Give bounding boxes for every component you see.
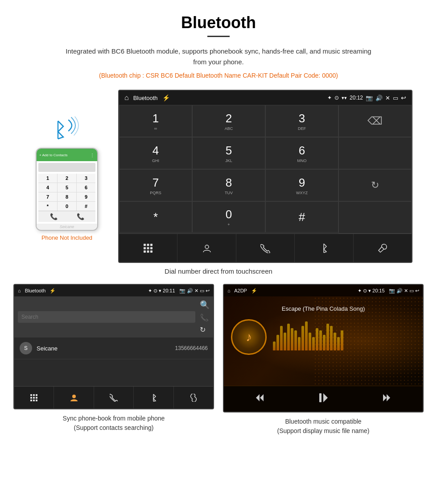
eq-bar [334,333,336,350]
phone-key-6: 6 [77,183,95,192]
svg-rect-17 [33,397,35,399]
phonebook-screen: ⌂ Bluetooth ⚡ ✦ ⊙ ▾ 20:11 📷 🔊 ✕ ▭ ↩ 🔍 📞 … [13,284,214,409]
eq-bar [309,333,311,350]
pb-nav-phone[interactable] [94,387,134,408]
add-to-contacts-label: + Add to Contacts [39,153,67,157]
phone-not-included-label: Phone Not Included [41,234,92,241]
dial-key-9[interactable]: 9 WXYZ [265,169,338,201]
dial-bottom-nav [119,233,412,262]
svg-point-10 [205,245,209,249]
dial-backspace-cell[interactable]: ⌫ [338,105,412,137]
more-icon: ⋮ [90,153,95,158]
screen-title: Bluetooth [133,95,158,101]
phone-key-hash: # [77,202,95,211]
music-next-btn[interactable] [382,393,392,405]
pb-nav-dialpad[interactable] [14,387,54,408]
pb-nav-contacts-active[interactable] [54,387,94,408]
pb-search-input[interactable] [18,311,195,323]
phone-key-2: 2 [58,174,76,183]
svg-rect-21 [36,400,37,401]
dial-key-0[interactable]: 0 + [192,201,265,233]
specs-line: (Bluetooth chip : CSR BC6 Default Blueto… [0,72,437,79]
svg-rect-4 [144,247,146,249]
dial-key-3[interactable]: 3 DEF [265,105,338,137]
nav-contacts-btn[interactable] [177,234,236,262]
car-dial-screen: ⌂ Bluetooth ⚡ ✦ ⊙ ▾▾ 20:12 📷 🔊 ✕ ▭ ↩ 1 ∞ [118,90,412,263]
dial-key-8[interactable]: 8 TUV [192,169,265,201]
eq-bar [305,321,308,350]
page-description: Integrated with BC6 Bluetooth module, su… [62,46,375,67]
svg-marker-29 [387,394,390,401]
svg-rect-20 [33,400,35,401]
window-icon: ▭ [393,95,398,101]
music-prev-btn[interactable] [255,393,265,405]
main-caption: Dial number direct from touchscreen [0,267,437,275]
music-play-pause-btn[interactable] [317,392,330,406]
dial-key-5[interactable]: 5 JKL [192,137,265,169]
dial-refresh-cell[interactable]: ↻ [338,169,412,201]
svg-rect-1 [144,244,146,246]
volume-icon: 🔊 [375,95,383,101]
eq-bar [323,335,326,350]
dial-key-7[interactable]: 7 PQRS [119,169,192,201]
dial-key-4[interactable]: 4 GHI [119,137,192,169]
dial-empty-4 [338,201,412,233]
dial-key-1[interactable]: 1 ∞ [119,105,192,137]
dialpad-grid: 1 ∞ 2 ABC 3 DEF ⌫ 4 GHI 5 JKL [119,105,412,233]
svg-rect-9 [150,250,153,253]
eq-bar [341,330,343,350]
phone-end-call-icon: 📞 [50,213,58,220]
eq-bar [319,330,322,350]
back-icon: ↩ [401,94,406,101]
phone-key-star: * [38,202,57,211]
svg-rect-2 [147,244,149,246]
pb-contact-number: 13566664466 [175,345,208,351]
pb-nav-bt[interactable] [134,387,173,408]
location-icon: ⊙ [334,95,339,101]
phone-key-7: 7 [38,192,57,201]
svg-rect-3 [150,244,153,246]
phone-key-9: 9 [77,192,95,201]
dial-key-6[interactable]: 6 MNO [265,137,338,169]
phonebook-section: ⌂ Bluetooth ⚡ ✦ ⊙ ▾ 20:11 📷 🔊 ✕ ▭ ↩ 🔍 📞 … [13,284,214,436]
dial-key-hash[interactable]: # [265,201,338,233]
dial-key-star[interactable]: * [119,201,192,233]
close-icon: ✕ [385,95,390,101]
eq-bar [276,335,279,350]
eq-bar [287,324,290,350]
phone-key-1: 1 [38,174,57,183]
pb-nav-link[interactable] [174,387,213,408]
svg-rect-15 [36,394,37,396]
svg-rect-26 [319,393,322,402]
pb-search-icon[interactable]: 🔍 [200,300,210,310]
pb-contact-row[interactable]: S Seicane 13566664466 [14,337,213,359]
music-note-icon: ♪ [246,330,252,344]
eq-bar [294,330,297,350]
nav-wrench-btn[interactable] [354,234,412,262]
time-display: 20:12 [350,95,363,101]
pb-refresh-icon[interactable]: ↻ [200,325,210,334]
svg-rect-14 [33,394,35,396]
eq-bar [326,324,329,350]
nav-bluetooth-btn[interactable] [295,234,353,262]
dial-empty-2 [338,137,412,169]
eq-bar [337,337,340,350]
home-icon: ⌂ [124,94,129,102]
pb-call-icon[interactable]: 📞 [200,313,210,322]
camera-icon: 📷 [366,95,373,101]
music-status-bar: ⌂ A2DP ⚡ ✦ ⊙ ▾ 20:15 📷 🔊 ✕ ▭ ↩ [224,285,423,296]
music-screen: ⌂ A2DP ⚡ ✦ ⊙ ▾ 20:15 📷 🔊 ✕ ▭ ↩ Escape (T… [223,284,424,412]
svg-rect-7 [144,250,146,253]
svg-rect-13 [30,394,32,396]
signal-icon: ▾▾ [342,95,347,101]
nav-dialpad-btn[interactable] [119,234,177,262]
nav-phone-btn[interactable] [236,234,295,262]
phone-call-icon: 📞 [77,213,84,220]
bluetooth-signal-icon [49,117,85,143]
phone-key-8: 8 [58,192,76,201]
svg-marker-27 [323,393,328,402]
svg-point-22 [72,395,76,398]
dial-key-2[interactable]: 2 ABC [192,105,265,137]
eq-bars [273,324,343,350]
phone-key-5: 5 [58,183,76,192]
